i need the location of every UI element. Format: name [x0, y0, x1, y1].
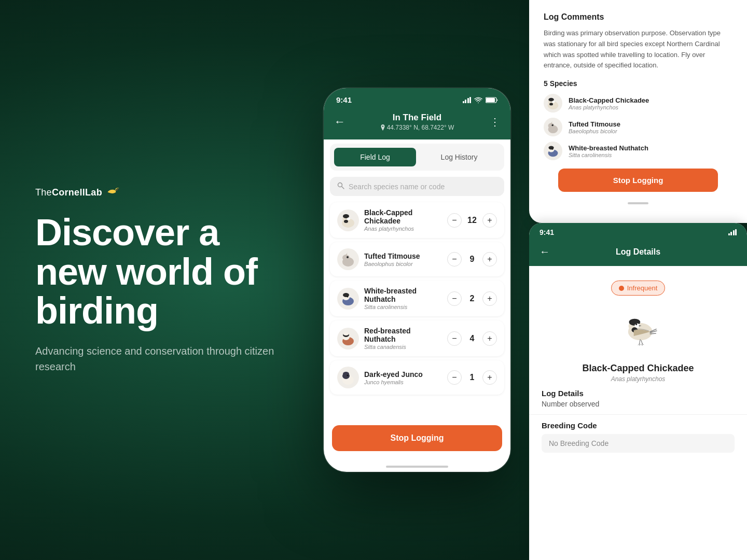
header-title: In The Field	[380, 113, 454, 123]
species-latin: Anas platyrhynchos	[569, 104, 649, 110]
log-details-back-button[interactable]: ←	[540, 246, 550, 258]
infrequent-badge: Infrequent	[611, 281, 666, 296]
phone-mockup: 9:41	[324, 88, 510, 472]
species-list-item: Tufted Titmouse Baeolophus bicolor	[544, 118, 732, 136]
increment-button[interactable]: +	[482, 291, 497, 306]
bird-avatar	[337, 367, 359, 388]
tab-bar: Field Log Log History	[330, 144, 504, 171]
increment-button[interactable]: +	[482, 213, 497, 228]
log-details-time: 9:41	[540, 228, 554, 236]
species-name: White-breasted Nuthatch	[569, 144, 648, 152]
number-observed-label: Number observed	[542, 400, 735, 408]
cornell-lab-icon	[104, 186, 121, 199]
tab-log-history[interactable]: Log History	[418, 148, 500, 166]
log-comments-title: Log Comments	[544, 12, 732, 22]
branding-section: TheCornellLab Discover a new world of bi…	[35, 186, 295, 374]
bird-list: Black-Capped Chickadee Anas platyrhyncho…	[324, 200, 510, 419]
bird-info: Red-breasted Nuthatch Sitta canadensis	[364, 327, 442, 350]
bird-avatar	[337, 209, 359, 231]
phone-screen: 9:41	[324, 88, 510, 472]
svg-point-30	[551, 124, 553, 126]
bird-avatar	[337, 248, 359, 270]
log-details-section-label: Log Details	[542, 389, 735, 398]
log-details-status-icons	[728, 229, 737, 235]
svg-point-26	[549, 103, 553, 105]
increment-button[interactable]: +	[482, 370, 497, 385]
scrollbar-indicator	[628, 202, 648, 204]
bird-latin: Baeolophus bicolor	[364, 261, 442, 267]
bird-latin: Sitta canadensis	[364, 344, 442, 350]
increment-button[interactable]: +	[482, 331, 497, 346]
species-info: Tufted Titmouse Baeolophus bicolor	[569, 120, 620, 134]
svg-point-41	[637, 324, 637, 325]
bird-name: Black-Capped Chickadee	[364, 208, 442, 225]
counter-value: 1	[467, 373, 477, 382]
species-name: Tufted Titmouse	[569, 120, 620, 128]
infrequent-text: Infrequent	[627, 284, 658, 292]
svg-point-27	[552, 101, 555, 103]
svg-point-34	[552, 148, 554, 150]
infrequent-dot	[619, 286, 624, 291]
stop-logging-right-button[interactable]: Stop Logging	[558, 169, 718, 192]
no-breeding-code: No Breeding Code	[542, 434, 735, 453]
svg-point-7	[347, 217, 350, 220]
log-panel: Log Comments Birding was primary observa…	[529, 0, 747, 223]
decrement-button[interactable]: −	[447, 331, 462, 346]
bird-detail-image	[529, 303, 747, 360]
log-details-header: ← Log Details	[529, 239, 747, 266]
bird-detail-illustration	[612, 305, 664, 352]
status-time: 9:41	[336, 95, 352, 104]
search-placeholder: Search species name or code	[349, 183, 445, 191]
breeding-code-section: Breeding Code No Breeding Code	[529, 414, 747, 459]
search-bar[interactable]: Search species name or code	[330, 177, 504, 196]
svg-rect-1	[486, 98, 495, 102]
svg-point-10	[347, 256, 349, 258]
log-details-section: Log Details Number observed	[529, 383, 747, 414]
stop-btn-container: Stop Logging	[324, 419, 510, 461]
bird-avatar	[337, 328, 359, 349]
counter-value: 4	[467, 334, 477, 343]
log-details-panel: 9:41 ← Log Details Infrequent	[529, 223, 747, 560]
species-latin: Sitta carolinensis	[569, 152, 648, 158]
more-button[interactable]: ⋮	[483, 116, 500, 128]
header-center: In The Field 44.7338° N, 68.7422° W	[380, 113, 454, 131]
species-avatar	[544, 142, 562, 160]
log-details-status-bar: 9:41	[529, 223, 747, 239]
stop-logging-button[interactable]: Stop Logging	[332, 425, 502, 451]
bird-name: Dark-eyed Junco	[364, 370, 442, 379]
bird-info: White-breasted Nuthatch Sitta carolinens…	[364, 287, 442, 310]
bird-latin: Anas platyrhynchos	[364, 226, 442, 232]
svg-point-40	[635, 324, 637, 325]
tab-field-log[interactable]: Field Log	[334, 148, 416, 166]
species-count: 5 Species	[544, 79, 732, 88]
signal-icon-2	[728, 229, 737, 235]
status-bar: 9:41	[324, 88, 510, 108]
species-avatar	[544, 118, 562, 136]
species-list: Black-Capped Chickadee Anas platyrhyncho…	[544, 94, 732, 160]
back-button[interactable]: ←	[334, 115, 351, 129]
subheadline: Advancing science and conservation throu…	[35, 343, 295, 374]
counter-value: 12	[467, 216, 477, 225]
bird-latin: Sitta carolinensis	[364, 304, 442, 310]
bird-info: Black-Capped Chickadee Anas platyrhyncho…	[364, 208, 442, 232]
decrement-button[interactable]: −	[447, 252, 462, 267]
bird-info: Tufted Titmouse Baeolophus bicolor	[364, 252, 442, 267]
home-indicator	[324, 461, 510, 472]
breeding-code-label: Breeding Code	[542, 421, 735, 430]
counter-value: 2	[467, 294, 477, 303]
logo: TheCornellLab	[35, 186, 295, 199]
bird-counter: − 9 +	[447, 252, 497, 267]
header-location: 44.7338° N, 68.7422° W	[380, 124, 454, 131]
signal-icon	[463, 97, 472, 103]
species-info: White-breasted Nuthatch Sitta carolinens…	[569, 144, 648, 158]
svg-point-22	[347, 375, 349, 376]
increment-button[interactable]: +	[482, 252, 497, 267]
decrement-button[interactable]: −	[447, 291, 462, 306]
svg-point-14	[347, 296, 349, 297]
bird-list-item: Black-Capped Chickadee Anas platyrhyncho…	[330, 202, 504, 238]
decrement-button[interactable]: −	[447, 213, 462, 228]
home-bar	[386, 466, 448, 468]
decrement-button[interactable]: −	[447, 370, 462, 385]
bird-counter: − 2 +	[447, 291, 497, 306]
battery-icon	[486, 97, 498, 103]
